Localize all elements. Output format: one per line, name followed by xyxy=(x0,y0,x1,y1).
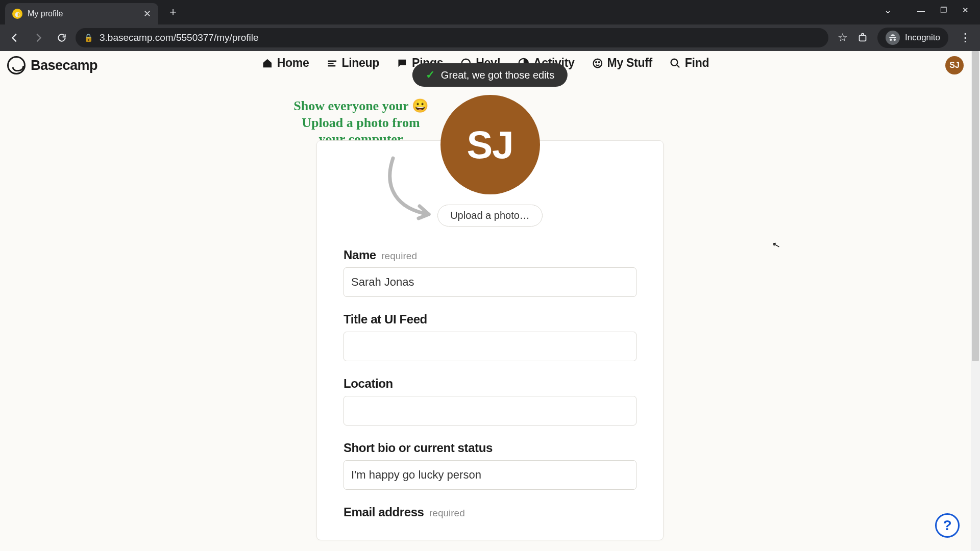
name-input[interactable] xyxy=(344,267,636,297)
nav-mystuff-label: My Stuff xyxy=(607,56,652,70)
upload-photo-button[interactable]: Upload a photo… xyxy=(437,205,543,227)
reload-button[interactable] xyxy=(52,28,71,47)
svg-line-11 xyxy=(677,64,680,67)
profile-form: Name required Title at UI Feed Location … xyxy=(317,227,663,519)
mouse-cursor-icon: ↖ xyxy=(771,238,781,251)
page-viewport: Basecamp Home Lineup Pings Hey! Activity xyxy=(0,51,980,551)
question-icon: ? xyxy=(943,517,951,534)
incognito-badge[interactable]: Incognito xyxy=(877,28,948,48)
incognito-icon xyxy=(886,31,900,45)
maximize-button[interactable]: ❐ xyxy=(940,6,947,15)
nav-home-label: Home xyxy=(277,56,309,70)
toolbar: 🔒 3.basecamp.com/5550377/my/profile ☆ In… xyxy=(0,24,980,51)
field-bio: Short bio or current status xyxy=(344,441,636,490)
new-tab-button[interactable]: ＋ xyxy=(167,4,179,19)
email-label: Email address xyxy=(344,505,424,519)
logo-text: Basecamp xyxy=(31,58,97,73)
basecamp-logo[interactable]: Basecamp xyxy=(7,56,97,74)
profile-avatar[interactable]: SJ xyxy=(440,95,540,194)
nav-home[interactable]: Home xyxy=(262,56,309,70)
tab-title: My profile xyxy=(28,9,138,18)
extensions-icon[interactable] xyxy=(855,30,870,45)
favicon-icon: ◐ xyxy=(12,9,22,19)
window-controls: ⌄ — ❐ ✕ xyxy=(884,0,980,20)
mystuff-icon xyxy=(592,58,603,69)
toolbar-right: ☆ Incognito ⋮ xyxy=(832,28,975,48)
callout-line: Upload a photo from xyxy=(282,115,440,132)
callout-arrow-icon xyxy=(378,153,444,224)
back-button[interactable] xyxy=(5,28,24,47)
location-label: Location xyxy=(344,377,393,390)
scrollbar-track[interactable] xyxy=(971,51,980,551)
location-input[interactable] xyxy=(344,396,636,425)
check-icon: ✓ xyxy=(426,68,435,82)
upload-button-label: Upload a photo… xyxy=(450,210,530,221)
browser-menu-icon[interactable]: ⋮ xyxy=(955,31,975,44)
close-tab-icon[interactable]: ✕ xyxy=(143,8,151,19)
svg-rect-1 xyxy=(862,34,864,36)
header-avatar-initials: SJ xyxy=(949,61,960,70)
lineup-icon xyxy=(326,58,337,69)
close-window-button[interactable]: ✕ xyxy=(962,6,969,15)
header-avatar[interactable]: SJ xyxy=(945,56,964,74)
svg-point-7 xyxy=(593,59,602,67)
bookmark-icon[interactable]: ☆ xyxy=(838,31,848,44)
bio-input[interactable] xyxy=(344,460,636,490)
browser-chrome: ◐ My profile ✕ ＋ ⌄ — ❐ ✕ 🔒 3.basecamp.co… xyxy=(0,0,980,51)
name-required: required xyxy=(381,251,417,261)
pings-icon xyxy=(397,58,408,69)
nav-lineup[interactable]: Lineup xyxy=(326,56,379,70)
incognito-label: Incognito xyxy=(905,33,940,43)
svg-rect-2 xyxy=(328,60,336,62)
forward-button[interactable] xyxy=(29,28,48,47)
minimize-button[interactable]: — xyxy=(917,6,925,15)
nav-find[interactable]: Find xyxy=(670,56,709,70)
tab-strip: ◐ My profile ✕ ＋ ⌄ — ❐ ✕ xyxy=(0,0,980,24)
title-input[interactable] xyxy=(344,332,636,361)
tab-search-icon[interactable]: ⌄ xyxy=(884,5,892,16)
field-location: Location xyxy=(344,377,636,425)
profile-avatar-initials: SJ xyxy=(467,122,513,167)
field-title: Title at UI Feed xyxy=(344,312,636,361)
browser-tab[interactable]: ◐ My profile ✕ xyxy=(5,3,158,24)
field-email: Email address required xyxy=(344,505,636,519)
help-button[interactable]: ? xyxy=(935,513,960,538)
name-label: Name xyxy=(344,248,376,262)
svg-rect-0 xyxy=(860,35,866,41)
logo-icon xyxy=(7,56,26,74)
email-required: required xyxy=(429,508,465,518)
field-name: Name required xyxy=(344,248,636,297)
url-text: 3.basecamp.com/5550377/my/profile xyxy=(100,32,259,43)
lock-icon: 🔒 xyxy=(84,33,93,42)
bio-label: Short bio or current status xyxy=(344,441,493,455)
callout-line: Show everyone your 😀 xyxy=(282,98,440,115)
nav-find-label: Find xyxy=(685,56,709,70)
svg-rect-3 xyxy=(328,63,333,64)
svg-point-10 xyxy=(671,59,678,65)
toast-notification: ✓ Great, we got those edits xyxy=(412,63,568,87)
nav-mystuff[interactable]: My Stuff xyxy=(592,56,652,70)
home-icon xyxy=(262,58,273,69)
svg-rect-4 xyxy=(328,65,335,66)
svg-point-9 xyxy=(598,62,599,63)
nav-lineup-label: Lineup xyxy=(341,56,379,70)
scrollbar-thumb[interactable] xyxy=(972,51,979,361)
search-icon xyxy=(670,58,681,69)
svg-point-8 xyxy=(596,62,597,63)
toast-text: Great, we got those edits xyxy=(441,69,554,81)
title-label: Title at UI Feed xyxy=(344,312,427,326)
profile-card: SJ Upload a photo… Name required Title a… xyxy=(316,140,664,540)
address-bar[interactable]: 🔒 3.basecamp.com/5550377/my/profile xyxy=(76,28,828,47)
